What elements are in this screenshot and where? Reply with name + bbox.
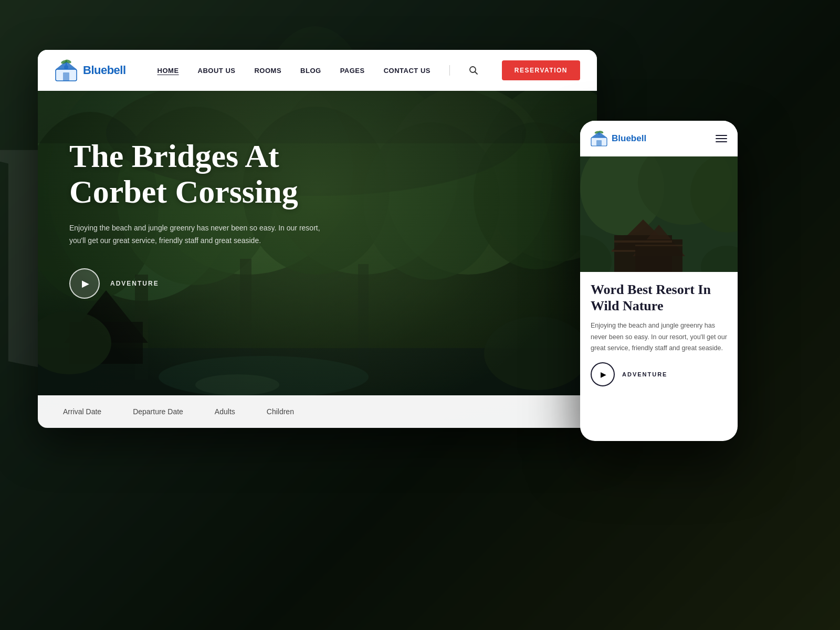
svg-point-35 — [484, 317, 589, 390]
mobile-subtitle: Enjoying the beach and jungle greenry ha… — [591, 320, 727, 354]
mobile-navbar: Bluebell — [580, 121, 738, 156]
nav-about[interactable]: ABOUT US — [198, 67, 236, 75]
hamburger-menu[interactable] — [716, 135, 727, 142]
svg-point-31 — [195, 374, 279, 395]
reservation-button[interactable]: RESERVATION — [502, 60, 580, 80]
booking-bar: Arrival Date Departure Date Adults Child… — [38, 395, 597, 428]
play-button[interactable]: ▶ — [69, 268, 100, 299]
svg-rect-39 — [596, 140, 602, 146]
mobile-title: Word Best Resort In Wild Nature — [591, 281, 727, 314]
departure-date-field[interactable]: Departure Date — [133, 407, 183, 416]
mobile-hero-svg — [580, 156, 738, 272]
mobile-mockup: Bluebell — [580, 121, 738, 441]
svg-point-8 — [64, 65, 68, 69]
mobile-play-icon: ▶ — [601, 370, 606, 379]
mobile-hero — [580, 156, 738, 272]
mobile-play-button[interactable]: ▶ — [591, 362, 615, 386]
children-field[interactable]: Children — [267, 407, 294, 416]
mobile-logo-text: Bluebell — [612, 133, 646, 144]
hero-title: The Bridges At Corbet Corssing — [69, 138, 363, 209]
nav-pages[interactable]: PAGES — [340, 67, 365, 75]
nav-divider — [449, 65, 450, 76]
play-icon: ▶ — [82, 278, 89, 289]
hero-subtitle: Enjoying the beach and jungle greenry ha… — [69, 222, 332, 247]
logo[interactable]: Bluebell — [55, 59, 126, 82]
desktop-mockup: Bluebell HOME ABOUT US ROOMS BLOG PAGES … — [38, 50, 597, 428]
logo-icon — [55, 59, 78, 82]
mobile-adventure-label: ADVENTURE — [622, 371, 667, 377]
logo-text: Bluebell — [83, 64, 126, 77]
arrival-date-field[interactable]: Arrival Date — [63, 407, 101, 416]
svg-rect-7 — [63, 72, 69, 81]
mobile-play-row: ▶ ADVENTURE — [591, 362, 727, 386]
navbar: Bluebell HOME ABOUT US ROOMS BLOG PAGES … — [38, 50, 597, 91]
svg-line-13 — [475, 72, 477, 75]
nav-rooms[interactable]: ROOMS — [254, 67, 281, 75]
svg-rect-33 — [69, 322, 143, 364]
nav-links: HOME ABOUT US ROOMS BLOG PAGES CONTACT U… — [158, 65, 502, 76]
svg-point-30 — [159, 356, 369, 398]
adults-field[interactable]: Adults — [215, 407, 235, 416]
mobile-logo: Bluebell — [591, 130, 646, 147]
mobile-logo-icon — [591, 130, 607, 147]
nav-blog[interactable]: BLOG — [300, 67, 321, 75]
nav-right: RESERVATION — [502, 60, 580, 80]
mobile-text-section: Word Best Resort In Wild Nature Enjoying… — [580, 272, 738, 396]
hero-play-row: ▶ ADVENTURE — [69, 268, 565, 299]
adventure-label: ADVENTURE — [110, 280, 159, 287]
hamburger-line-1 — [716, 135, 727, 136]
hamburger-line-2 — [716, 138, 727, 139]
hamburger-line-3 — [716, 141, 727, 142]
nav-contact[interactable]: CONTACT US — [384, 67, 430, 75]
hero-section: The Bridges At Corbet Corssing Enjoying … — [38, 91, 597, 428]
nav-home[interactable]: HOME — [158, 67, 179, 75]
svg-point-34 — [38, 311, 111, 374]
hero-content: The Bridges At Corbet Corssing Enjoying … — [38, 91, 597, 299]
search-icon[interactable] — [469, 66, 478, 75]
